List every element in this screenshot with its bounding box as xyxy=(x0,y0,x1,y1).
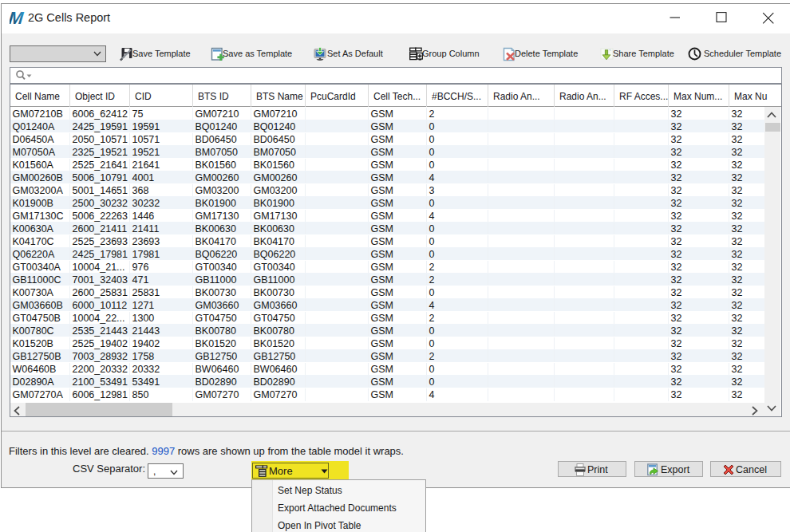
svg-text:M: M xyxy=(10,10,25,28)
